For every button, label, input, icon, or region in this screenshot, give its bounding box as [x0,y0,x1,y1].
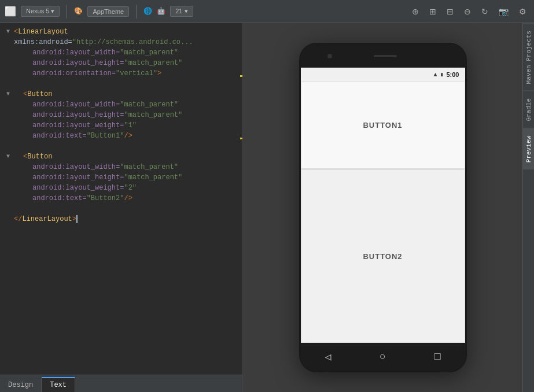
close-tag-bracket: </ [14,215,22,223]
code-line-10: android:text="Button1"/> [0,131,242,141]
editor-panel: ▼ <LinearLayout xmlns:android="http://sc… [0,23,243,392]
gutter-12: ▼ [2,151,14,162]
val-b2-weight: "2" [124,184,137,192]
attr-b1-height: android:layout_height= [32,111,124,119]
attr-b1-weight: android:layout_weight= [32,121,124,130]
val-b2-width: "match_parent" [120,163,178,171]
tag-button-2: Button [27,153,52,161]
phone-screen: ▲ ▮ 5:00 BUTTON1 BUTTON2 [301,68,465,343]
separator-2 [136,5,137,19]
line-content-3: android:layout_height="match_parent" [14,58,182,68]
val-match-parent-2: "match_parent" [124,59,182,67]
line-content-1: <LinearLayout xmlns:android="http://sche… [14,27,240,47]
zoom-out-button[interactable]: ⊖ [461,6,474,17]
right-tab-gradle[interactable]: Gradle [523,91,534,128]
code-line-18: </LinearLayout> [0,214,242,224]
code-editor[interactable]: ▼ <LinearLayout xmlns:android="http://sc… [0,23,242,375]
code-line-3: android:layout_height="match_parent" [0,58,242,68]
b1-selfclose: /> [124,132,132,140]
device-frame-icon: ⬜ [5,6,16,17]
val-b1-weight: "1" [124,121,137,130]
code-line-8: android:layout_height="match_parent" [0,110,242,120]
nav-back-button[interactable]: ◁ [325,350,331,363]
xmlns-attr: xmlns:android= [14,38,72,46]
fold-arrow-3[interactable]: ▼ [6,151,10,162]
attr-b1-width: android:layout_width= [32,101,120,109]
gutter-6: ▼ [2,89,14,99]
line-content-9: android:layout_weight="1" [14,120,137,131]
wifi-icon: ▲ [433,72,437,78]
screenshot-button[interactable]: 📷 [496,6,511,17]
api-selector[interactable]: 21 ▾ [170,6,193,17]
phone-mockup: ▲ ▮ 5:00 BUTTON1 BUTTON2 ◁ ○ [299,43,467,372]
zoom-100-button[interactable]: ⊟ [444,6,456,17]
val-match-parent-1: "match_parent" [120,49,178,57]
code-line-1: ▼ <LinearLayout xmlns:android="http://sc… [0,27,242,47]
code-line-7: android:layout_width="match_parent" [0,99,242,110]
phone-camera [327,54,332,58]
val-b1-height: "match_parent" [124,111,182,119]
right-tab-preview[interactable]: Preview [523,128,534,169]
attr-b2-width: android:layout_width= [32,163,120,171]
button2-label: BUTTON2 [363,252,402,261]
attr-b2-weight: android:layout_weight= [32,184,124,192]
button1-area[interactable]: BUTTON1 [301,82,465,169]
separator-1 [67,5,67,19]
code-line-11 [0,141,242,151]
line-content-16: android:text="Button2"/> [14,193,132,204]
status-bar: ▲ ▮ 5:00 [301,68,465,82]
line-content-14: android:layout_height="match_parent" [14,172,182,183]
val-b1-text: "Button1" [87,132,124,140]
button2-area[interactable]: BUTTON2 [301,169,465,343]
preview-panel: ▲ ▮ 5:00 BUTTON1 BUTTON2 ◁ ○ [243,23,522,392]
tag-linearlayout-close: LinearLayout [22,215,72,223]
refresh-button[interactable]: ↻ [478,6,491,17]
code-line-16: android:text="Button2"/> [0,193,242,204]
yellow-marker-1 [240,75,242,77]
code-line-4: android:orientation="vertical"> [0,68,242,79]
line-content-18: </LinearLayout> [14,214,78,224]
val-b2-height: "match_parent" [124,173,182,182]
tab-text[interactable]: Text [42,377,75,392]
line-content-13: android:layout_width="match_parent" [14,162,178,172]
code-line-9: android:layout_weight="1" [0,120,242,131]
val-b1-width: "match_parent" [120,101,178,109]
right-panel-tabs: Maven Projects Gradle Preview [522,23,534,392]
device-selector[interactable]: Nexus 5 ▾ [21,6,60,17]
main-toolbar: ⬜ Nexus 5 ▾ 🎨 AppTheme 🌐 🤖 21 ▾ ⊕ ⊞ ⊟ ⊖ … [0,0,534,23]
attr-b2-text: android:text= [32,194,87,202]
tab-design[interactable]: Design [0,378,42,392]
attr-b2-height: android:layout_height= [32,173,124,182]
xmlns-val: "http://schemas.android.co... [72,38,193,46]
tag-button-1: Button [27,90,52,98]
line-content-2: android:layout_width="match_parent" [14,47,178,58]
code-line-14: android:layout_height="match_parent" [0,172,242,183]
android-icon: 🤖 [157,7,165,16]
line-content-12: <Button [14,151,52,162]
settings-button[interactable]: ⚙ [516,6,529,17]
zoom-fit-button[interactable]: ⊞ [426,6,439,17]
val-b2-text: "Button2" [87,194,124,202]
fold-arrow-1[interactable]: ▼ [6,27,10,37]
attr-orientation: android:orientation= [32,69,116,77]
code-line-12: ▼ <Button [0,151,242,162]
close-bracket-1: > [157,69,161,77]
theme-selector[interactable]: AppTheme [87,6,129,17]
attr-layout-width-1: android:layout_width= [32,49,120,57]
attr-layout-height-1: android:layout_height= [32,59,124,67]
code-line-13: android:layout_width="match_parent" [0,162,242,172]
status-time: 5:00 [446,71,459,78]
line-content-4: android:orientation="vertical"> [14,68,161,79]
nav-recent-button[interactable]: □ [434,351,441,363]
line-content-7: android:layout_width="match_parent" [14,99,178,110]
battery-icon: ▮ [440,71,443,78]
yellow-marker-2 [240,138,242,139]
gutter-1: ▼ [2,27,14,37]
zoom-in-button[interactable]: ⊕ [409,6,422,17]
code-line-2: android:layout_width="match_parent" [0,47,242,58]
fold-arrow-2[interactable]: ▼ [6,89,10,99]
line-content-10: android:text="Button1"/> [14,131,132,141]
code-line-15: android:layout_weight="2" [0,183,242,193]
nav-home-button[interactable]: ○ [380,351,386,363]
right-tab-maven[interactable]: Maven Projects [523,23,534,91]
